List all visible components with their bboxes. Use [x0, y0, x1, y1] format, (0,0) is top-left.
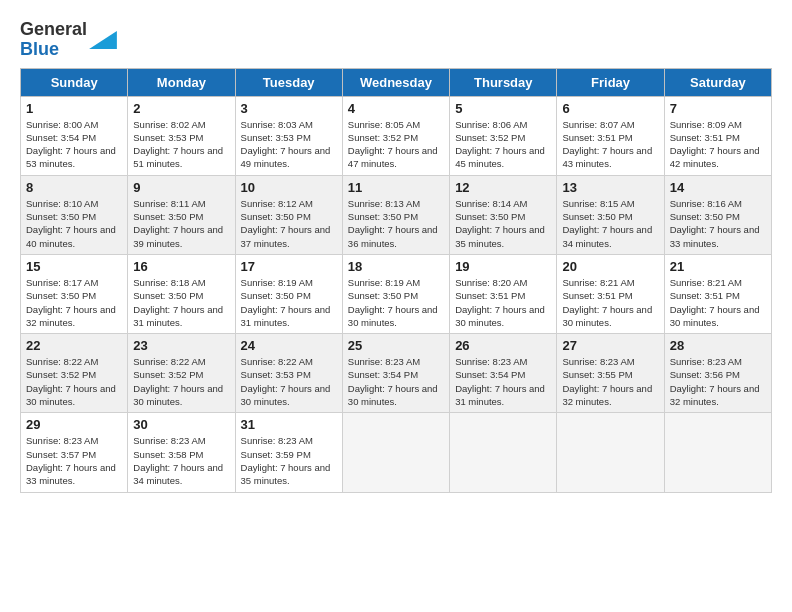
day-number: 23 — [133, 338, 229, 353]
day-info: Sunrise: 8:23 AM Sunset: 3:54 PM Dayligh… — [455, 355, 551, 408]
day-info: Sunrise: 8:16 AM Sunset: 3:50 PM Dayligh… — [670, 197, 766, 250]
day-info: Sunrise: 8:22 AM Sunset: 3:52 PM Dayligh… — [133, 355, 229, 408]
calendar-cell: 18 Sunrise: 8:19 AM Sunset: 3:50 PM Dayl… — [342, 254, 449, 333]
calendar-cell: 13 Sunrise: 8:15 AM Sunset: 3:50 PM Dayl… — [557, 175, 664, 254]
day-info: Sunrise: 8:22 AM Sunset: 3:53 PM Dayligh… — [241, 355, 337, 408]
day-number: 1 — [26, 101, 122, 116]
calendar-cell — [664, 413, 771, 492]
day-number: 16 — [133, 259, 229, 274]
day-number: 9 — [133, 180, 229, 195]
day-info: Sunrise: 8:20 AM Sunset: 3:51 PM Dayligh… — [455, 276, 551, 329]
day-info: Sunrise: 8:09 AM Sunset: 3:51 PM Dayligh… — [670, 118, 766, 171]
day-info: Sunrise: 8:23 AM Sunset: 3:56 PM Dayligh… — [670, 355, 766, 408]
day-info: Sunrise: 8:06 AM Sunset: 3:52 PM Dayligh… — [455, 118, 551, 171]
calendar-cell — [557, 413, 664, 492]
day-number: 2 — [133, 101, 229, 116]
day-number: 25 — [348, 338, 444, 353]
calendar-cell — [342, 413, 449, 492]
calendar-cell: 12 Sunrise: 8:14 AM Sunset: 3:50 PM Dayl… — [450, 175, 557, 254]
day-number: 10 — [241, 180, 337, 195]
day-info: Sunrise: 8:00 AM Sunset: 3:54 PM Dayligh… — [26, 118, 122, 171]
day-number: 31 — [241, 417, 337, 432]
day-info: Sunrise: 8:23 AM Sunset: 3:59 PM Dayligh… — [241, 434, 337, 487]
calendar-table: SundayMondayTuesdayWednesdayThursdayFrid… — [20, 68, 772, 493]
day-number: 26 — [455, 338, 551, 353]
day-number: 28 — [670, 338, 766, 353]
day-number: 17 — [241, 259, 337, 274]
calendar-cell: 20 Sunrise: 8:21 AM Sunset: 3:51 PM Dayl… — [557, 254, 664, 333]
svg-marker-0 — [89, 31, 117, 49]
logo-icon — [89, 31, 117, 49]
day-number: 18 — [348, 259, 444, 274]
calendar-cell: 30 Sunrise: 8:23 AM Sunset: 3:58 PM Dayl… — [128, 413, 235, 492]
calendar-cell: 8 Sunrise: 8:10 AM Sunset: 3:50 PM Dayli… — [21, 175, 128, 254]
day-header-friday: Friday — [557, 68, 664, 96]
calendar-cell: 2 Sunrise: 8:02 AM Sunset: 3:53 PM Dayli… — [128, 96, 235, 175]
day-number: 3 — [241, 101, 337, 116]
day-number: 20 — [562, 259, 658, 274]
day-info: Sunrise: 8:13 AM Sunset: 3:50 PM Dayligh… — [348, 197, 444, 250]
calendar-cell: 17 Sunrise: 8:19 AM Sunset: 3:50 PM Dayl… — [235, 254, 342, 333]
calendar-cell — [450, 413, 557, 492]
day-info: Sunrise: 8:21 AM Sunset: 3:51 PM Dayligh… — [562, 276, 658, 329]
day-info: Sunrise: 8:12 AM Sunset: 3:50 PM Dayligh… — [241, 197, 337, 250]
calendar-cell: 16 Sunrise: 8:18 AM Sunset: 3:50 PM Dayl… — [128, 254, 235, 333]
day-number: 15 — [26, 259, 122, 274]
calendar-cell: 29 Sunrise: 8:23 AM Sunset: 3:57 PM Dayl… — [21, 413, 128, 492]
calendar-cell: 27 Sunrise: 8:23 AM Sunset: 3:55 PM Dayl… — [557, 334, 664, 413]
calendar-cell: 5 Sunrise: 8:06 AM Sunset: 3:52 PM Dayli… — [450, 96, 557, 175]
calendar-cell: 10 Sunrise: 8:12 AM Sunset: 3:50 PM Dayl… — [235, 175, 342, 254]
day-number: 14 — [670, 180, 766, 195]
day-header-sunday: Sunday — [21, 68, 128, 96]
day-info: Sunrise: 8:11 AM Sunset: 3:50 PM Dayligh… — [133, 197, 229, 250]
day-number: 5 — [455, 101, 551, 116]
calendar-cell: 6 Sunrise: 8:07 AM Sunset: 3:51 PM Dayli… — [557, 96, 664, 175]
day-number: 7 — [670, 101, 766, 116]
day-header-tuesday: Tuesday — [235, 68, 342, 96]
day-number: 27 — [562, 338, 658, 353]
day-info: Sunrise: 8:23 AM Sunset: 3:55 PM Dayligh… — [562, 355, 658, 408]
calendar-cell: 28 Sunrise: 8:23 AM Sunset: 3:56 PM Dayl… — [664, 334, 771, 413]
calendar-cell: 14 Sunrise: 8:16 AM Sunset: 3:50 PM Dayl… — [664, 175, 771, 254]
calendar-cell: 31 Sunrise: 8:23 AM Sunset: 3:59 PM Dayl… — [235, 413, 342, 492]
day-info: Sunrise: 8:15 AM Sunset: 3:50 PM Dayligh… — [562, 197, 658, 250]
calendar-cell: 25 Sunrise: 8:23 AM Sunset: 3:54 PM Dayl… — [342, 334, 449, 413]
day-info: Sunrise: 8:18 AM Sunset: 3:50 PM Dayligh… — [133, 276, 229, 329]
calendar-cell: 21 Sunrise: 8:21 AM Sunset: 3:51 PM Dayl… — [664, 254, 771, 333]
calendar-cell: 9 Sunrise: 8:11 AM Sunset: 3:50 PM Dayli… — [128, 175, 235, 254]
day-number: 29 — [26, 417, 122, 432]
day-info: Sunrise: 8:02 AM Sunset: 3:53 PM Dayligh… — [133, 118, 229, 171]
day-info: Sunrise: 8:03 AM Sunset: 3:53 PM Dayligh… — [241, 118, 337, 171]
calendar-cell: 15 Sunrise: 8:17 AM Sunset: 3:50 PM Dayl… — [21, 254, 128, 333]
day-info: Sunrise: 8:14 AM Sunset: 3:50 PM Dayligh… — [455, 197, 551, 250]
day-number: 19 — [455, 259, 551, 274]
calendar-cell: 22 Sunrise: 8:22 AM Sunset: 3:52 PM Dayl… — [21, 334, 128, 413]
day-info: Sunrise: 8:19 AM Sunset: 3:50 PM Dayligh… — [241, 276, 337, 329]
day-info: Sunrise: 8:05 AM Sunset: 3:52 PM Dayligh… — [348, 118, 444, 171]
calendar-cell: 11 Sunrise: 8:13 AM Sunset: 3:50 PM Dayl… — [342, 175, 449, 254]
day-header-thursday: Thursday — [450, 68, 557, 96]
calendar-cell: 3 Sunrise: 8:03 AM Sunset: 3:53 PM Dayli… — [235, 96, 342, 175]
calendar-cell: 26 Sunrise: 8:23 AM Sunset: 3:54 PM Dayl… — [450, 334, 557, 413]
day-info: Sunrise: 8:23 AM Sunset: 3:54 PM Dayligh… — [348, 355, 444, 408]
day-header-saturday: Saturday — [664, 68, 771, 96]
day-info: Sunrise: 8:22 AM Sunset: 3:52 PM Dayligh… — [26, 355, 122, 408]
calendar-cell: 24 Sunrise: 8:22 AM Sunset: 3:53 PM Dayl… — [235, 334, 342, 413]
logo: General Blue — [20, 20, 117, 60]
day-info: Sunrise: 8:21 AM Sunset: 3:51 PM Dayligh… — [670, 276, 766, 329]
day-info: Sunrise: 8:23 AM Sunset: 3:58 PM Dayligh… — [133, 434, 229, 487]
day-number: 22 — [26, 338, 122, 353]
day-number: 6 — [562, 101, 658, 116]
day-header-wednesday: Wednesday — [342, 68, 449, 96]
day-header-monday: Monday — [128, 68, 235, 96]
calendar-cell: 4 Sunrise: 8:05 AM Sunset: 3:52 PM Dayli… — [342, 96, 449, 175]
day-number: 8 — [26, 180, 122, 195]
day-number: 12 — [455, 180, 551, 195]
day-info: Sunrise: 8:19 AM Sunset: 3:50 PM Dayligh… — [348, 276, 444, 329]
calendar-cell: 23 Sunrise: 8:22 AM Sunset: 3:52 PM Dayl… — [128, 334, 235, 413]
day-number: 24 — [241, 338, 337, 353]
calendar-cell: 1 Sunrise: 8:00 AM Sunset: 3:54 PM Dayli… — [21, 96, 128, 175]
day-number: 11 — [348, 180, 444, 195]
calendar-cell: 7 Sunrise: 8:09 AM Sunset: 3:51 PM Dayli… — [664, 96, 771, 175]
day-number: 13 — [562, 180, 658, 195]
